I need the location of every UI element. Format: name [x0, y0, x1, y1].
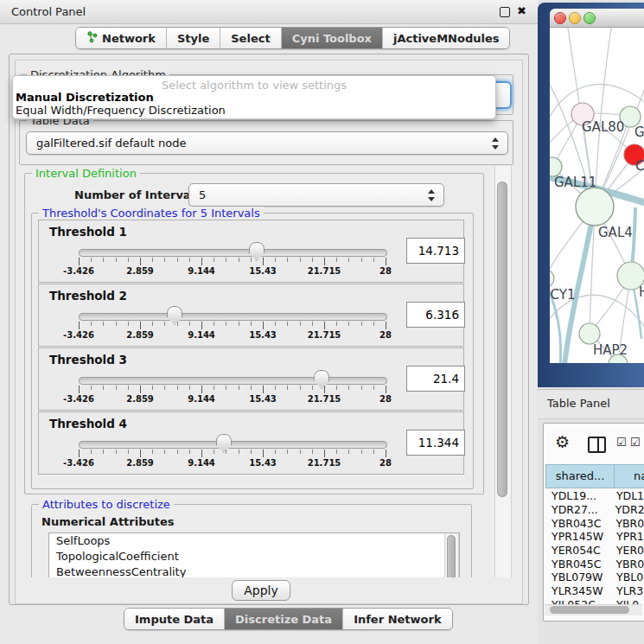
combo-spinner-icon	[492, 137, 500, 150]
close-traffic-light-icon[interactable]	[554, 12, 566, 24]
shared-name-cell: YBR045C	[545, 558, 613, 571]
tab-infer-network[interactable]: Infer Network	[342, 609, 451, 629]
table-horizontal-scrollbar-thumb[interactable]	[550, 606, 629, 614]
name-cell: YBR0	[613, 558, 644, 571]
node-gcy1[interactable]	[550, 270, 554, 287]
threshold-1-slider-track[interactable]	[79, 249, 387, 257]
major-tick	[79, 450, 80, 457]
table-row[interactable]: YDL19...YDL1	[545, 489, 644, 503]
table-row[interactable]: YBL079WYBL0	[545, 571, 644, 584]
threshold-3-slider-track[interactable]	[79, 377, 387, 385]
shared-name-cell: YDR27...	[545, 503, 613, 516]
gear-icon[interactable]: ⚙	[555, 434, 570, 450]
node-label-gal4: GAL4	[598, 225, 633, 240]
tab-discretize-data-label: Discretize Data	[235, 613, 332, 626]
table-row[interactable]: YER054CYER0	[545, 544, 644, 558]
major-tick	[324, 386, 325, 393]
attributes-group-title: Attributes to discretize	[39, 498, 174, 511]
major-tick	[79, 322, 80, 329]
tab-network[interactable]: Network	[76, 28, 166, 48]
tab-select[interactable]: Select	[220, 28, 280, 48]
threshold-2-value-field[interactable]: 6.316	[406, 302, 465, 328]
major-tick	[140, 386, 141, 393]
network-canvas[interactable]: GAL80 G. C GAL11 GAL4 GCY1 H HAP2	[550, 28, 644, 363]
table-row[interactable]: YLR345WYLR3	[545, 584, 644, 598]
attributes-list-scrollbar[interactable]	[444, 533, 459, 577]
tab-cyni-toolbox-label: Cyni Toolbox	[292, 32, 372, 45]
table-row[interactable]: YIL052CYIL0	[545, 598, 644, 605]
minimize-traffic-light-icon[interactable]	[569, 12, 581, 24]
apply-button[interactable]: Apply	[232, 580, 290, 601]
attributes-clip: Attributes to discretize Numerical Attri…	[17, 497, 494, 577]
major-tick	[201, 450, 202, 457]
algorithm-dropdown-popup: Select algorithm to view settings Manual…	[12, 75, 496, 119]
tab-impute-data-label: Impute Data	[135, 613, 214, 626]
threshold-4-slider-track[interactable]	[79, 441, 387, 449]
node-gal4[interactable]	[576, 188, 614, 226]
threshold-2-slider-track[interactable]	[79, 313, 387, 321]
network-window-titlebar[interactable]	[550, 9, 644, 28]
zoom-traffic-light-icon[interactable]	[583, 12, 596, 24]
checkbox-icon[interactable]: ☑	[616, 436, 627, 449]
close-icon[interactable]: ✖	[517, 4, 526, 17]
name-cell: YDL1	[614, 489, 644, 502]
major-tick	[140, 450, 141, 457]
tab-jactivemnodules[interactable]: jActiveMNodules	[382, 28, 510, 48]
node-label-g: G.	[634, 124, 644, 140]
table-row[interactable]: YBR045CYBR0	[545, 557, 644, 571]
control-panel-titlebar[interactable]: Control Panel ✖	[0, 0, 538, 24]
threshold-4-value-field[interactable]: 11.344	[406, 430, 465, 456]
tick-label: 21.715	[308, 394, 341, 404]
tab-style[interactable]: Style	[166, 28, 220, 48]
attribute-item[interactable]: BetweennessCentrality	[49, 564, 459, 577]
tick-label: 2.859	[126, 266, 154, 276]
float-window-icon[interactable]	[500, 7, 510, 17]
table-data-combobox[interactable]: galFiltered.sif default node	[26, 131, 508, 155]
name-cell: YIL0	[614, 598, 639, 604]
tab-network-label: Network	[102, 32, 156, 45]
attribute-item[interactable]: SelfLoops	[49, 533, 459, 549]
name-cell: YPR1	[614, 530, 644, 543]
threshold-2-ticks: -3.4262.8599.14415.4321.71528	[79, 322, 386, 341]
top-tab-bar: Network Style Select Cyni Toolbox jActiv…	[75, 27, 510, 49]
control-panel-window: Control Panel ✖ Network Style Select Cyn…	[0, 0, 538, 644]
checkbox-icon[interactable]: ☑	[630, 436, 641, 449]
threshold-3-panel: Threshold 3 -3.4262.8599.14415.4321.7152…	[38, 348, 464, 411]
threshold-1-value-field[interactable]: 14.713	[406, 238, 465, 264]
tab-discretize-data[interactable]: Discretize Data	[224, 609, 342, 629]
table-header-row: shared... na	[545, 464, 644, 488]
table-panel-body: ⚙ ☑ ☑ shared... na YDL19...YDL1YDR27...Y…	[543, 423, 644, 622]
tick-label: 28	[379, 266, 392, 276]
tab-cyni-toolbox[interactable]: Cyni Toolbox	[281, 28, 382, 48]
table-row[interactable]: YBR043CYBR0	[545, 516, 644, 530]
tick-label: 21.715	[308, 266, 341, 276]
number-of-intervals-combobox[interactable]: 5	[188, 183, 444, 207]
tab-impute-data[interactable]: Impute Data	[124, 609, 224, 629]
interval-definition-group-title: Interval Definition	[32, 167, 140, 180]
major-tick	[201, 258, 202, 265]
node-hap2[interactable]	[579, 323, 600, 344]
column-header-shared-name[interactable]: shared...	[545, 464, 615, 488]
algorithm-option-equal-width[interactable]: Equal Width/Frequency Discretization	[16, 104, 226, 117]
name-cell: YBL0	[614, 571, 643, 583]
attribute-item[interactable]: TopologicalCoefficient	[49, 549, 459, 564]
node-label-hap2: HAP2	[593, 342, 628, 358]
column-header-name[interactable]: na	[614, 464, 644, 488]
shared-name-cell: YBL079W	[545, 571, 614, 583]
major-tick	[263, 450, 264, 457]
shared-name-cell: YIL052C	[545, 598, 614, 604]
table-panel-title: Table Panel	[547, 397, 610, 410]
panel-vertical-scrollbar-thumb[interactable]	[497, 182, 507, 497]
table-data-selected-value: galFiltered.sif default node	[36, 137, 187, 150]
table-row[interactable]: YPR145WYPR1	[545, 530, 644, 544]
threshold-3-value-field[interactable]: 21.4	[406, 366, 465, 392]
column-layout-icon[interactable]	[588, 437, 606, 453]
algorithm-option-manual[interactable]: Manual Discretization	[16, 91, 154, 104]
panel-vertical-scrollbar[interactable]	[494, 166, 512, 577]
numerical-attributes-list[interactable]: SelfLoopsTopologicalCoefficientBetweenne…	[48, 532, 460, 577]
combo-spinner-icon	[428, 189, 436, 201]
tick-label: 15.43	[249, 266, 277, 276]
bottom-tab-bar: Impute Data Discretize Data Infer Networ…	[124, 608, 453, 630]
attributes-list-scrollbar-thumb[interactable]	[447, 535, 456, 577]
table-row[interactable]: YDR27...YDR2	[545, 503, 644, 517]
